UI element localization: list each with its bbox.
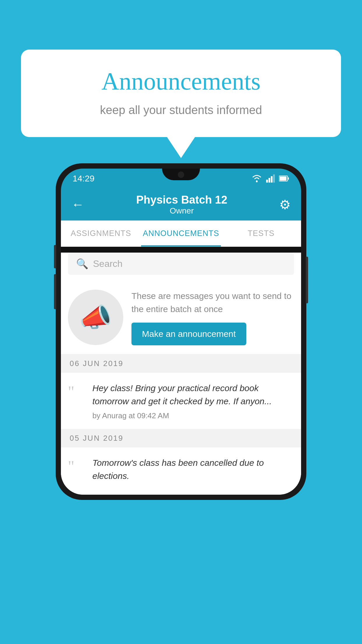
notch [162,169,200,180]
announcement-meta-1: by Anurag at 09:42 AM [92,411,294,420]
announcement-prompt: 📣 These are messages you want to send to… [61,281,301,354]
phone-outer-frame: 14:29 [56,163,306,500]
status-bar: 14:29 [61,169,301,188]
power-button [306,257,308,303]
volume-up-button [54,245,56,268]
phone-content: 🔍 Search 📣 These are messages you want t… [61,253,301,495]
date-divider-2: 05 JUN 2019 [61,429,301,447]
status-time: 14:29 [73,174,94,183]
announcement-text-1: Hey class! Bring your practical record b… [92,382,294,408]
camera [178,172,184,178]
tab-tests[interactable]: TESTS [221,220,301,246]
bubble-arrow [167,137,195,158]
svg-rect-4 [273,174,275,183]
status-icons [252,174,289,183]
battery-icon [279,175,289,182]
svg-rect-3 [271,176,273,183]
bubble-subtitle: keep all your students informed [44,104,318,117]
megaphone-icon: 📣 [79,302,112,333]
megaphone-circle: 📣 [68,290,123,345]
svg-rect-6 [288,177,289,180]
announcement-item-1[interactable]: " Hey class! Bring your practical record… [61,373,301,429]
speech-bubble-card: Announcements keep all your students inf… [21,50,341,137]
quote-icon-2: " [68,459,85,474]
header-title-group: Physics Batch 12 Owner [136,194,227,216]
announcement-text-2: Tomorrow's class has been cancelled due … [92,456,294,482]
phone-screen: 14:29 [61,169,301,495]
bubble-title: Announcements [44,67,318,95]
search-icon: 🔍 [76,258,88,270]
search-bar[interactable]: 🔍 Search [68,253,294,275]
tabs-bar: ASSIGNMENTS ANNOUNCEMENTS TESTS [61,220,301,247]
search-placeholder: Search [93,258,122,269]
svg-rect-2 [268,178,270,183]
phone-mockup: 14:29 [56,163,306,500]
svg-rect-1 [266,180,268,183]
batch-role: Owner [136,206,227,216]
speech-bubble-section: Announcements keep all your students inf… [21,50,341,158]
announcement-text-group-2: Tomorrow's class has been cancelled due … [92,456,294,486]
svg-rect-7 [280,176,287,181]
settings-icon[interactable]: ⚙ [279,197,291,212]
app-header: ← Physics Batch 12 Owner ⚙ [61,188,301,220]
announcement-text-group-1: Hey class! Bring your practical record b… [92,382,294,420]
back-button[interactable]: ← [71,197,84,212]
announcement-right: These are messages you want to send to t… [131,289,294,345]
quote-icon-1: " [68,384,85,400]
tab-assignments[interactable]: ASSIGNMENTS [61,220,141,246]
announcement-item-2[interactable]: " Tomorrow's class has been cancelled du… [61,447,301,495]
announcement-description: These are messages you want to send to t… [131,289,294,316]
signal-icon [266,174,275,183]
tab-announcements[interactable]: ANNOUNCEMENTS [141,220,221,246]
make-announcement-button[interactable]: Make an announcement [131,323,246,345]
wifi-icon [252,174,262,183]
batch-title: Physics Batch 12 [136,194,227,206]
svg-point-0 [256,181,258,182]
volume-down-button [54,274,56,309]
date-divider-1: 06 JUN 2019 [61,354,301,373]
